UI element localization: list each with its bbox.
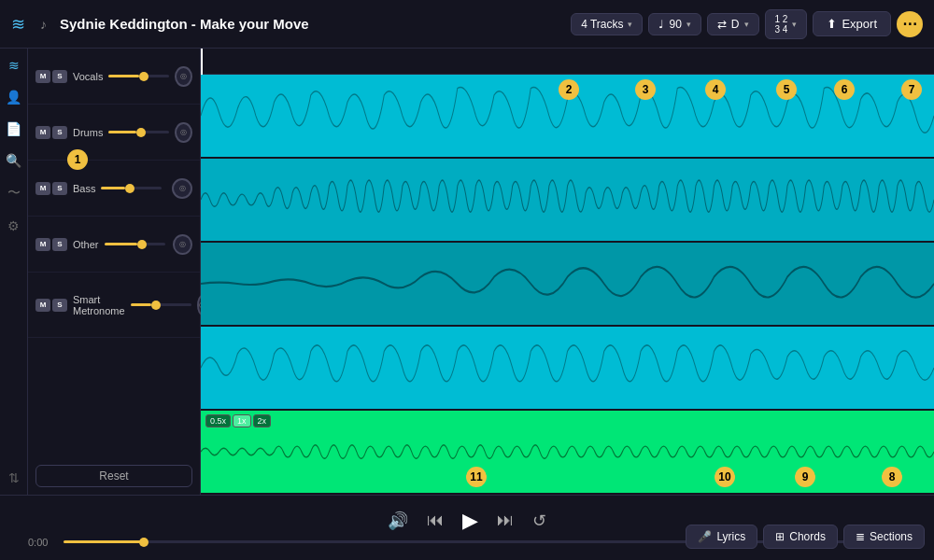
export-label: Export xyxy=(842,17,877,31)
vocals-dial[interactable]: ◎ xyxy=(175,66,192,87)
time-sig-value: 1 23 4 xyxy=(775,14,788,35)
other-solo-button[interactable]: S xyxy=(52,238,67,251)
metronome-icon: ♩ xyxy=(658,18,664,31)
sidebar-icon-search[interactable]: 🔍 xyxy=(6,153,21,168)
forward-icon: ⏭ xyxy=(497,511,514,529)
chords-label: Chords xyxy=(789,530,826,543)
bass-volume-slider[interactable] xyxy=(101,187,162,189)
other-volume-slider[interactable] xyxy=(105,243,165,245)
speed-half-button[interactable]: 0.5x xyxy=(205,414,231,427)
time-start: 0:00 xyxy=(28,537,56,548)
repeat-button[interactable]: ↺ xyxy=(532,511,546,531)
track-row-drums: M S Drums ◎ xyxy=(28,105,200,161)
rewind-icon: ⏮ xyxy=(427,511,444,529)
pitch-control[interactable]: ⇄ D ▾ xyxy=(707,13,759,35)
main-layout: ≋ 👤 📄 🔍 〜 ⚙ ⇅ M S Vocals ◎ xyxy=(0,49,934,495)
volume-button[interactable]: 🔊 xyxy=(388,511,408,531)
playhead[interactable] xyxy=(201,49,203,75)
metronome-waveform[interactable]: 0.5x 1x 2x xyxy=(201,411,934,495)
timeline-bar xyxy=(201,49,934,75)
drums-dial[interactable]: ◎ xyxy=(175,122,192,143)
sidebar-icon-sort[interactable]: ⇅ xyxy=(8,470,20,485)
other-dial[interactable]: ◎ xyxy=(173,234,192,255)
key-chevron-icon: ▾ xyxy=(744,20,749,29)
bass-mute-button[interactable]: M xyxy=(35,182,50,195)
badge-1: 1 xyxy=(67,149,88,170)
badge-2: 2 xyxy=(559,79,579,100)
badge-11: 11 xyxy=(466,467,487,487)
rewind-button[interactable]: ⏮ xyxy=(427,511,444,530)
song-title: Sydnie Keddington - Make your Move xyxy=(60,16,561,32)
forward-button[interactable]: ⏭ xyxy=(497,511,514,530)
drums-mute-button[interactable]: M xyxy=(35,126,50,139)
speed-2x-button[interactable]: 2x xyxy=(253,414,272,427)
tracks-dropdown[interactable]: 4 Tracks ▾ xyxy=(571,13,643,35)
badge-5: 5 xyxy=(776,79,797,100)
track-row-other: M S Other ◎ xyxy=(28,217,200,273)
tracks-chevron-icon: ▾ xyxy=(628,20,632,29)
speed-1x-button[interactable]: 1x xyxy=(233,414,251,427)
play-icon: ▶ xyxy=(462,509,478,532)
repeat-icon: ↺ xyxy=(532,511,546,530)
export-icon: ⬆ xyxy=(827,17,837,31)
drums-waveform[interactable] xyxy=(201,159,934,243)
more-icon: ⋯ xyxy=(902,15,917,33)
vocals-mute-button[interactable]: M xyxy=(35,70,50,83)
track-row-vocals: M S Vocals ◎ xyxy=(28,49,200,105)
metronome-solo-button[interactable]: S xyxy=(52,299,67,312)
waveform-area: 0.5x 1x 2x xyxy=(201,49,934,495)
sidebar-icon-user[interactable]: 👤 xyxy=(6,90,21,105)
other-mute-button[interactable]: M xyxy=(35,238,50,251)
time-sig-chevron-icon: ▾ xyxy=(792,20,797,29)
track-row-metronome: M S SmartMetronome ◎ xyxy=(28,273,200,338)
metronome-mute-button[interactable]: M xyxy=(35,299,50,312)
pitch-icon: ⇄ xyxy=(717,18,727,31)
sections-button[interactable]: ≣ Sections xyxy=(843,525,925,549)
bpm-chevron-icon: ▾ xyxy=(686,20,691,29)
drums-volume-slider[interactable] xyxy=(108,131,169,133)
lyrics-button[interactable]: 🎤 Lyrics xyxy=(686,525,757,549)
badge-6: 6 xyxy=(834,79,855,100)
chords-icon: ⊞ xyxy=(775,530,785,543)
badge-3: 3 xyxy=(635,79,656,100)
badge-10: 10 xyxy=(715,467,735,487)
key-value: D xyxy=(731,18,740,31)
sidebar-icon-waves[interactable]: ≋ xyxy=(8,58,20,73)
badge-8: 8 xyxy=(882,467,902,487)
play-button[interactable]: ▶ xyxy=(462,509,478,533)
badge-7: 7 xyxy=(901,79,922,100)
bass-solo-button[interactable]: S xyxy=(52,182,67,195)
sidebar-icon-grid[interactable]: ⚙ xyxy=(7,218,20,233)
other-waveform[interactable] xyxy=(201,327,934,411)
sidebar-icon-wave[interactable]: 〜 xyxy=(7,185,21,202)
header: ≋ ♪ Sydnie Keddington - Make your Move 4… xyxy=(0,0,934,49)
footer-right-buttons: 🎤 Lyrics ⊞ Chords ≣ Sections xyxy=(686,525,925,549)
chords-button[interactable]: ⊞ Chords xyxy=(763,525,838,549)
bass-waveform[interactable] xyxy=(201,243,934,327)
footer: 🔊 ⏮ ▶ ⏭ ↺ 0:00 3:52 🎤 Lyrics ⊞ Chords xyxy=(0,495,934,560)
vocals-solo-button[interactable]: S xyxy=(52,70,67,83)
sidebar: ≋ 👤 📄 🔍 〜 ⚙ ⇅ xyxy=(0,49,28,495)
sections-label: Sections xyxy=(870,530,913,543)
export-button[interactable]: ⬆ Export xyxy=(813,11,891,36)
volume-icon: 🔊 xyxy=(388,511,408,530)
sections-icon: ≣ xyxy=(856,530,865,543)
progress-fill xyxy=(64,540,144,543)
song-icon: ♪ xyxy=(40,17,47,32)
sidebar-icon-doc[interactable]: 📄 xyxy=(6,121,21,136)
tracks-count-label: 4 Tracks xyxy=(581,18,623,31)
bass-dial[interactable]: ◎ xyxy=(172,178,192,199)
time-sig-control[interactable]: 1 23 4 ▾ xyxy=(765,9,808,39)
bass-track-name: Bass xyxy=(73,183,95,194)
vocals-volume-slider[interactable] xyxy=(108,75,169,77)
header-controls: 4 Tracks ▾ ♩ 90 ▾ ⇄ D ▾ 1 23 4 ▾ ⬆ Expor… xyxy=(571,9,923,39)
drums-solo-button[interactable]: S xyxy=(52,126,67,139)
reset-button[interactable]: Reset xyxy=(35,465,192,487)
progress-thumb[interactable] xyxy=(139,538,149,547)
bpm-control[interactable]: ♩ 90 ▾ xyxy=(648,13,700,35)
vocals-track-name: Vocals xyxy=(73,71,103,82)
lyrics-label: Lyrics xyxy=(716,530,745,543)
track-panel: M S Vocals ◎ M S Drums xyxy=(28,49,201,495)
more-button[interactable]: ⋯ xyxy=(897,11,923,37)
metronome-volume-slider[interactable] xyxy=(131,303,191,306)
